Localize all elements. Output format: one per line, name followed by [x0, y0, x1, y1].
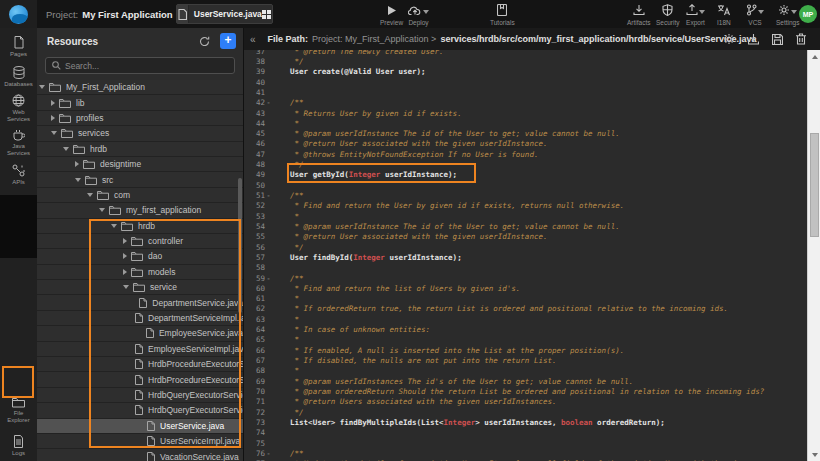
sidebar-item-web-services[interactable]: Web Services [0, 94, 37, 123]
code-line-64[interactable]: 64 * In case of unknown entities: [243, 324, 807, 334]
code-line-52[interactable]: 52 * Find and return the User by given i… [243, 201, 807, 211]
tree-item-hrdbprocedureexecutorservice-java[interactable]: HrdbProcedureExecutorService.java [37, 357, 243, 372]
caret-right-icon[interactable] [123, 269, 127, 275]
tree-item-service[interactable]: service [37, 280, 243, 295]
code-line-49[interactable]: 49 User getById(Integer userIdInstance); [243, 170, 807, 180]
add-resource-button[interactable]: + [220, 33, 236, 49]
search-input[interactable] [65, 61, 215, 71]
scrollbar-thumb[interactable] [810, 133, 819, 237]
code-line-44[interactable]: 44 * [243, 118, 807, 128]
sidebar-item-file-explorer[interactable]: File Explorer [0, 397, 37, 424]
caret-down-icon[interactable] [51, 131, 57, 135]
caret-right-icon[interactable] [51, 100, 55, 106]
caret-down-icon[interactable] [99, 208, 105, 212]
editor-settings-gear-icon[interactable] [723, 33, 735, 45]
tab-userservice[interactable]: UserService.java [176, 4, 273, 24]
code-line-61[interactable]: 61 * [243, 294, 807, 304]
caret-down-icon[interactable] [39, 85, 45, 89]
sidebar-item-logs[interactable]: Logs [0, 435, 37, 457]
grid-icon[interactable] [262, 10, 272, 19]
tree-item-profiles[interactable]: profiles [37, 111, 243, 126]
security-button[interactable]: Security [656, 3, 679, 26]
code-line-72[interactable]: 72 */ [243, 407, 807, 417]
user-avatar[interactable]: MP [799, 5, 817, 23]
code-line-45[interactable]: 45 * @param userIdInstance The id of the… [243, 129, 807, 139]
code-area[interactable]: 37 * @return The newly created User.38 *… [243, 50, 807, 461]
code-line-38[interactable]: 38 */ [243, 56, 807, 66]
code-line-41[interactable]: 41 [243, 87, 807, 97]
fold-marker-icon[interactable]: - [265, 449, 272, 458]
tree-item-hrdbqueryexecutorserviceimpl-java[interactable]: HrdbQueryExecutorServiceImpl.java [37, 403, 243, 418]
tree-item-controller[interactable]: controller [37, 234, 243, 249]
scroll-down-arrow-icon[interactable] [808, 448, 820, 461]
caret-down-icon[interactable] [63, 147, 69, 151]
sidebar-item-apis[interactable]: APIs [0, 164, 37, 186]
caret-down-icon[interactable] [75, 178, 81, 182]
caret-right-icon[interactable] [51, 115, 55, 121]
code-line-48[interactable]: 48 */ [243, 159, 807, 169]
sidebar-item-pages[interactable]: Pages [0, 36, 37, 58]
code-line-71[interactable]: 71 * @return Users associated with the g… [243, 397, 807, 407]
code-line-67[interactable]: 67 * If disabled, the nulls are not put … [243, 355, 807, 365]
deploy-button[interactable]: Deploy [408, 3, 429, 26]
tree-item-userserviceimpl-java[interactable]: UserServiceImpl.java [37, 434, 243, 449]
code-line-65[interactable]: 65 * [243, 335, 807, 345]
settings-button[interactable]: Settings [776, 3, 800, 26]
sidebar-item-databases[interactable]: Databases [0, 66, 37, 88]
tree-item-my-first-application[interactable]: my_first_application [37, 203, 243, 218]
code-line-56[interactable]: 56 */ [243, 242, 807, 252]
code-line-42[interactable]: 42- /** [243, 98, 807, 108]
code-line-63[interactable]: 63 * [243, 314, 807, 324]
caret-down-icon[interactable] [111, 224, 117, 228]
tree-item-hrdbprocedureexecutorserviceimpl-java[interactable]: HrdbProcedureExecutorServiceImpl.java [37, 372, 243, 387]
tree-item-hrdb[interactable]: hrdb [37, 142, 243, 157]
code-line-66[interactable]: 66 * If enabled, A null is inserted into… [243, 345, 807, 355]
code-line-74[interactable]: 74 [243, 428, 807, 438]
i18n-button[interactable]: I18N [717, 3, 731, 26]
tree-item-com[interactable]: com [37, 188, 243, 203]
tree-item-dao[interactable]: dao [37, 249, 243, 264]
vcs-button[interactable]: VCS [746, 3, 764, 26]
code-line-47[interactable]: 47 * @throws EntityNotFoundException If … [243, 149, 807, 159]
code-line-43[interactable]: 43 * Returns User by given id if exists. [243, 108, 807, 118]
fold-marker-icon[interactable]: - [265, 98, 272, 107]
tree-item-lib[interactable]: lib [37, 95, 243, 110]
export-button[interactable]: Export [686, 3, 705, 26]
editor-download-icon[interactable] [748, 33, 759, 45]
code-line-70[interactable]: 70 * @param orderedReturn Should the ret… [243, 386, 807, 396]
collapse-panel-icon[interactable]: « [250, 34, 256, 45]
code-line-58[interactable]: 58 [243, 263, 807, 273]
caret-down-icon[interactable] [87, 193, 93, 197]
code-line-55[interactable]: 55 * @return User associated with the gi… [243, 232, 807, 242]
code-line-46[interactable]: 46 * @return User associated with the gi… [243, 139, 807, 149]
code-line-50[interactable]: 50 [243, 180, 807, 190]
tree-item-employeeserviceimpl-java[interactable]: EmployeeServiceImpl.java [37, 342, 243, 357]
code-line-76[interactable]: 76- /** [243, 448, 807, 458]
code-line-69[interactable]: 69 * @param userIdInstances The id's of … [243, 376, 807, 386]
code-line-40[interactable]: 40 [243, 77, 807, 87]
caret-down-icon[interactable] [123, 285, 129, 289]
code-line-53[interactable]: 53 * [243, 211, 807, 221]
caret-right-icon[interactable] [75, 161, 79, 167]
artifacts-button[interactable]: Artifacts [627, 3, 650, 26]
tree-item-hrdbqueryexecutorservice-java[interactable]: HrdbQueryExecutorService.java [37, 388, 243, 403]
caret-right-icon[interactable] [123, 238, 127, 244]
code-line-51[interactable]: 51- /** [243, 190, 807, 200]
tree-item-departmentservice-java[interactable]: DepartmentService.java [37, 295, 243, 310]
editor-scrollbar[interactable] [807, 50, 820, 461]
app-logo-tile[interactable] [0, 0, 37, 28]
code-line-68[interactable]: 68 * [243, 366, 807, 376]
tutorials-button[interactable]: Tutorials [490, 3, 515, 26]
tree-scrollbar[interactable] [238, 178, 242, 313]
code-line-59[interactable]: 59- /** [243, 273, 807, 283]
code-line-39[interactable]: 39 User create(@Valid User user); [243, 67, 807, 77]
search-box[interactable] [45, 57, 235, 74]
refresh-icon[interactable] [197, 34, 211, 48]
code-line-75[interactable]: 75 [243, 438, 807, 448]
code-line-60[interactable]: 60 * Find and return the list of Users b… [243, 283, 807, 293]
fold-marker-icon[interactable]: - [265, 191, 272, 200]
editor-delete-trash-icon[interactable] [796, 33, 806, 45]
sidebar-item-java-services[interactable]: Java Services [0, 129, 37, 157]
code-line-57[interactable]: 57 User findById(Integer userIdInstance)… [243, 252, 807, 262]
tree-item-services[interactable]: services [37, 126, 243, 141]
